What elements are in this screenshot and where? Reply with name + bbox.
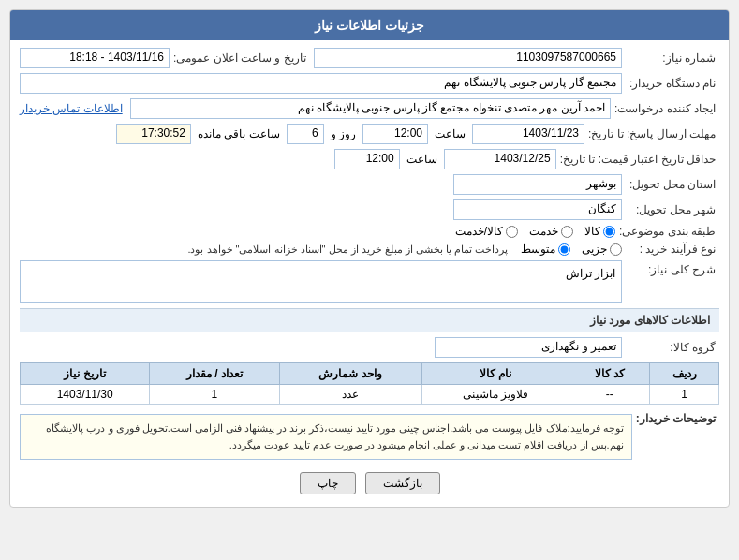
purchase-type-jozii[interactable]: جزیی — [582, 243, 622, 256]
category-option-kala[interactable]: کالا — [584, 225, 615, 238]
validity-time-label: ساعت — [406, 153, 437, 166]
response-date-value: 1403/11/23 — [472, 124, 584, 144]
form-body: شماره نیاز: 1103097587000665 تاریخ و ساع… — [10, 40, 729, 507]
goods-group-label: گروه کالا: — [626, 341, 719, 354]
category-radio-both[interactable] — [506, 226, 518, 238]
purchase-type-label: نوع فرآیند خرید : — [626, 243, 719, 256]
col-name: نام کالا — [421, 363, 569, 385]
response-time-value: 12:00 — [362, 124, 428, 144]
col-quantity: تعداد / مقدار — [150, 363, 279, 385]
row-purchase-type: نوع فرآیند خرید : جزیی متوسط پرداخت تمام… — [20, 243, 719, 256]
row-goods-group: گروه کالا: تعمیر و نگهداری — [20, 337, 719, 358]
row-buyer: نام دستگاه خریدار: مجتمع گاز پارس جنوبی … — [20, 73, 719, 94]
row-creator: ایجاد کننده درخواست: احمد آرین مهر متصدی… — [20, 98, 719, 119]
goods-section-title: اطلاعات کالاهای مورد نیاز — [20, 308, 719, 332]
row-response-deadline: مهلت ارسال پاسخ: تا تاریخ: 1403/11/23 سا… — [20, 124, 719, 144]
table-cell-quantity: 1 — [150, 385, 279, 405]
response-remaining-label: ساعت باقی مانده — [198, 127, 280, 140]
province-value: بوشهر — [453, 174, 622, 195]
ptype-mutavasset-label: متوسط — [521, 243, 555, 256]
row-city: شهر محل تحویل: کنگان — [20, 199, 719, 220]
table-cell-row: 1 — [650, 385, 719, 405]
notes-box: توجه فرمایید:ملاک فایل پیوست می باشد.اجن… — [20, 414, 632, 460]
category-option-khadamat[interactable]: خدمت — [529, 225, 573, 238]
ptype-jozii[interactable] — [610, 243, 622, 256]
page-title: جزئیات اطلاعات نیاز — [315, 18, 424, 33]
description-textarea[interactable] — [20, 260, 622, 303]
city-value: کنگان — [453, 199, 622, 220]
main-container: جزئیات اطلاعات نیاز شماره نیاز: 11030975… — [9, 9, 730, 508]
btn-print[interactable]: چاپ — [300, 472, 356, 494]
creator-value: احمد آرین مهر متصدی تنخواه مجتمع گاز پار… — [130, 98, 611, 119]
validity-label: حداقل تاریخ اعتبار قیمت: تا تاریخ: — [560, 153, 719, 166]
niyaz-number-value: 1103097587000665 — [314, 48, 622, 68]
description-label: شرح کلی نیاز: — [626, 260, 719, 276]
page-header: جزئیات اطلاعات نیاز — [10, 10, 729, 40]
date-time-value: 1403/11/16 - 18:18 — [20, 48, 170, 68]
city-label: شهر محل تحویل: — [626, 203, 719, 216]
col-unit-code: واحد شمارش — [279, 363, 421, 385]
buyer-name-label: نام دستگاه خریدار: — [626, 77, 719, 90]
table-cell-name: قلاویز ماشینی — [421, 385, 569, 405]
date-time-label: تاریخ و ساعت اعلان عمومی: — [173, 52, 310, 65]
goods-group-value: تعمیر و نگهداری — [435, 337, 622, 358]
response-remaining-value: 17:30:52 — [116, 124, 191, 144]
row-description: شرح کلی نیاز: — [20, 260, 719, 303]
btn-back[interactable]: بازگشت — [365, 472, 440, 494]
goods-table: ردیف کد کالا نام کالا واحد شمارش تعداد /… — [20, 362, 719, 405]
category-khadamat-label: خدمت — [529, 225, 558, 238]
response-deadline-label: مهلت ارسال پاسخ: تا تاریخ: — [588, 127, 719, 140]
creator-label: ایجاد کننده درخواست: — [614, 102, 719, 115]
table-row: 1--قلاویز ماشینیعدد11403/11/30 — [21, 385, 719, 405]
category-radio-kala[interactable] — [603, 226, 615, 238]
response-day-label: روز و — [331, 127, 356, 140]
purchase-note: پرداخت تمام یا بخشی از مبلغ خرید از محل … — [187, 243, 508, 256]
col-row-num: ردیف — [650, 363, 719, 385]
contact-link[interactable]: اطلاعات تماس خریدار — [20, 102, 123, 115]
purchase-type-mutavasset[interactable]: متوسط — [521, 243, 570, 256]
niyaz-number-label: شماره نیاز: — [626, 52, 719, 65]
category-radio-khadamat[interactable] — [561, 226, 573, 238]
table-cell-date: 1403/11/30 — [21, 385, 150, 405]
category-radio-group: کالا خدمت کالا/خدمت — [455, 225, 615, 238]
buyer-name-value: مجتمع گاز پارس جنوبی پالایشگاه نهم — [20, 73, 622, 94]
table-cell-unit: عدد — [279, 385, 421, 405]
ptype-mutavasset[interactable] — [558, 243, 570, 256]
col-code: کد کالا — [569, 363, 650, 385]
row-province: استان محل تحویل: بوشهر — [20, 174, 719, 195]
validity-time-value: 12:00 — [334, 149, 400, 169]
row-validity: حداقل تاریخ اعتبار قیمت: تا تاریخ: 1403/… — [20, 149, 719, 169]
notes-label: توضیحات خریدار: — [636, 409, 719, 425]
col-date: تاریخ نیاز — [21, 363, 150, 385]
row-niyaz-date: شماره نیاز: 1103097587000665 تاریخ و ساع… — [20, 48, 719, 68]
ptype-jozii-label: جزیی — [582, 243, 607, 256]
purchase-type-radio-group: جزیی متوسط — [521, 243, 622, 256]
validity-date-value: 1403/12/25 — [444, 149, 556, 169]
category-kala-label: کالا — [584, 225, 600, 238]
response-day-value: 6 — [287, 124, 324, 144]
response-time-label: ساعت — [435, 127, 466, 140]
category-label: طبقه بندی موضوعی: — [619, 225, 719, 238]
table-cell-code: -- — [569, 385, 650, 405]
row-notes: توضیحات خریدار: توجه فرمایید:ملاک فایل پ… — [20, 409, 719, 464]
category-both-label: کالا/خدمت — [455, 225, 503, 238]
row-category: طبقه بندی موضوعی: کالا خدمت کالا/خدمت — [20, 225, 719, 238]
category-option-both[interactable]: کالا/خدمت — [455, 225, 518, 238]
buttons-row: بازگشت چاپ — [20, 472, 719, 494]
province-label: استان محل تحویل: — [626, 178, 719, 191]
